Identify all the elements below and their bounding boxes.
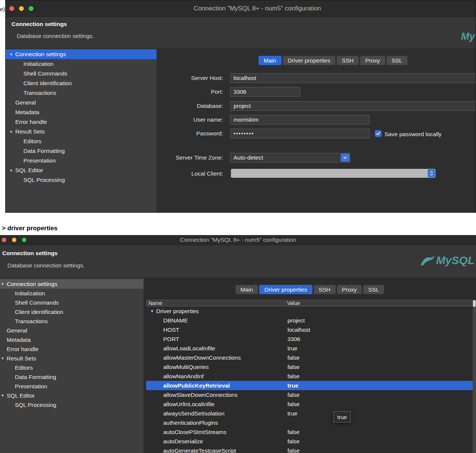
tab-ssh[interactable]: SSH [337,56,359,65]
server-host-input[interactable]: localhost [230,73,476,83]
vertical-scrollbar[interactable] [473,300,476,453]
property-row-host[interactable]: HOSTlocalhost [146,325,473,334]
sidebar-item-result-sets[interactable]: ▼Result Sets [6,127,157,136]
tree-expand-arrow-icon[interactable]: ▼ [1,282,7,286]
property-group-row[interactable]: ▼Driver properties [146,306,473,316]
close-window-button[interactable] [2,238,6,242]
tab-driver-properties[interactable]: Driver properties [283,56,336,65]
property-row-allownanandinf[interactable]: allowNanAndInffalse [146,372,473,381]
sidebar-item-result-sets[interactable]: ▼Result Sets [0,354,144,363]
sidebar-item-sql-editor[interactable]: ▼SQL Editor [0,391,144,400]
timezone-combo[interactable]: Auto-detect [230,153,350,163]
property-row-autodeserialize[interactable]: autoDeserializefalse [146,437,473,446]
password-row: Password: •••••••• Save password locally [157,129,476,138]
sidebar-item-sql-editor[interactable]: ▼SQL Editor [6,166,157,175]
database-input[interactable]: project [230,101,476,111]
screenshot-top: Connection "MySQL 8+ - num5" configurati… [0,0,476,213]
window-titlebar[interactable]: Connection "MySQL 8+ - num5" configurati… [6,0,476,17]
property-row-dbname[interactable]: DBNAMEproject [146,316,473,325]
sidebar-item-editors[interactable]: Editors [0,363,144,372]
local-client-stepper-button[interactable] [428,169,435,177]
tooltip-text: true [337,414,347,420]
dialog-header: Connection settings Database connection … [6,17,476,49]
property-row-allowmasterdownconnections[interactable]: allowMasterDownConnectionsfalse [146,353,473,362]
tab-ssh[interactable]: SSH [313,285,336,294]
tree-expand-arrow-icon[interactable]: ▼ [1,356,7,360]
sidebar-item-general[interactable]: General [0,326,144,335]
tab-proxy[interactable]: Proxy [360,56,385,65]
sidebar-item-sql-processing[interactable]: SQL Processing [6,175,157,185]
sidebar-item-sql-processing[interactable]: SQL Processing [0,400,144,409]
sidebar-item-label: General [15,99,36,106]
sidebar-item-presentation[interactable]: Presentation [0,382,144,391]
property-name: allowMultiQueries [163,364,287,370]
tab-ssl[interactable]: SSL [386,56,408,65]
sidebar-item-general[interactable]: General [6,98,157,107]
close-window-button[interactable] [9,6,14,11]
tab-proxy[interactable]: Proxy [337,285,362,294]
minimize-window-button[interactable] [12,238,16,242]
sidebar-item-shell-commands[interactable]: Shell Commands [0,298,144,307]
property-row-allowslavedownconnections[interactable]: allowSlaveDownConnectionsfalse [146,390,473,399]
property-value: false [287,447,473,453]
sidebar-item-shell-commands[interactable]: Shell Commands [6,69,157,78]
up-down-chevrons-icon [430,171,433,176]
minimize-window-button[interactable] [19,6,24,11]
mysql-logo-partial: My [461,31,475,42]
window-titlebar[interactable]: Connection "MySQL 8+ - num5" configurati… [0,235,476,245]
username-input[interactable]: morriskim [230,115,370,125]
sidebar-item-client-identification[interactable]: Client identification [6,78,157,88]
tab-main[interactable]: Main [235,285,258,294]
tree-expand-arrow-icon[interactable]: ▼ [150,309,156,313]
sidebar-item-connection-settings[interactable]: ▼Connection settings [0,279,144,289]
tree-expand-arrow-icon[interactable]: ▼ [9,52,15,57]
sidebar-item-transactions[interactable]: Transactions [0,317,144,326]
sidebar-item-error-handle[interactable]: Error handle [0,344,144,354]
scrollbar-thumb[interactable] [473,300,476,307]
connection-config-dialog-driver-props: Connection "MySQL 8+ - num5" configurati… [0,235,476,453]
sidebar-item-metadata[interactable]: Metadata [0,335,144,344]
sidebar-item-connection-settings[interactable]: ▼Connection settings [6,49,157,59]
password-input[interactable]: •••••••• [230,129,370,138]
property-row-allowmultiqueries[interactable]: allowMultiQueriesfalse [146,362,473,372]
sidebar-item-initialization[interactable]: Initialization [0,289,144,298]
tab-ssl[interactable]: SSL [363,285,384,294]
sidebar-item-data-formatting[interactable]: Data Formatting [6,146,157,156]
tree-expand-arrow-icon[interactable]: ▼ [9,168,15,173]
property-row-autoclosepstmtstreams[interactable]: autoClosePStmtStreamsfalse [146,427,473,437]
sidebar-item-presentation[interactable]: Presentation [6,156,157,166]
sidebar-item-metadata[interactable]: Metadata [6,107,157,117]
tree-expand-arrow-icon[interactable]: ▼ [1,393,7,398]
property-row-alwayssendsetisolation[interactable]: alwaysSendSetIsolationtrue [146,409,473,418]
page-subtitle: Database connection settings. [17,33,94,39]
sidebar-item-label: SQL Processing [23,177,65,183]
sidebar-item-label: Result Sets [15,128,45,135]
timezone-dropdown-button[interactable] [341,154,350,162]
zoom-window-button[interactable] [29,6,33,11]
local-client-combo[interactable] [231,169,435,178]
sidebar-item-error-handle[interactable]: Error handle [6,117,157,127]
page-title: Connection settings [12,21,67,28]
sidebar-item-label: Editors [23,138,41,145]
property-value: true [287,345,473,352]
sidebar-item-transactions[interactable]: Transactions [6,88,157,98]
sidebar-item-initialization[interactable]: Initialization [6,59,157,69]
sidebar-item-editors[interactable]: Editors [6,136,157,146]
tab-main[interactable]: Main [258,56,282,65]
sidebar-item-label: Shell Commands [15,299,59,306]
property-row-autogeneratetestcasescript[interactable]: autoGenerateTestcaseScriptfalse [146,446,473,453]
property-row-authenticationplugins[interactable]: authenticationPlugins [146,418,473,427]
dialog-body: ▼Connection settingsInitializationShell … [0,278,476,453]
port-input[interactable]: 3306 [230,87,300,97]
save-password-checkbox[interactable] [375,130,382,137]
property-row-allowloadlocalinfile[interactable]: allowLoadLocalInfiletrue [146,344,473,353]
zoom-window-button[interactable] [22,238,26,242]
property-row-allowurlinlocalinfile[interactable]: allowUrlInLocalInfilefalse [146,399,473,409]
tree-expand-arrow-icon[interactable]: ▼ [9,130,15,134]
property-row-allowpublickeyretrieval[interactable]: allowPublicKeyRetrievaltrue [146,381,473,390]
tab-driver-properties[interactable]: Driver properties [259,285,312,294]
port-label: Port: [157,89,223,95]
sidebar-item-client-identification[interactable]: Client identification [0,307,144,317]
sidebar-item-data-formatting[interactable]: Data Formatting [0,372,144,382]
property-row-port[interactable]: PORT3306 [146,334,473,344]
